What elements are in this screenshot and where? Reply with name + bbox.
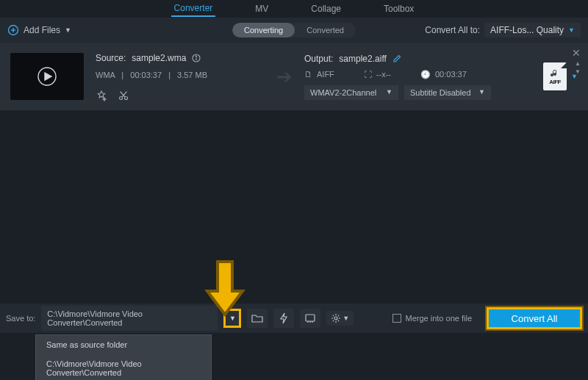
convert-all-to-label: Convert All to: — [425, 25, 480, 35]
arrow-right-icon: ➔ — [276, 65, 293, 88]
audio-file-icon: 🗋 — [304, 70, 312, 79]
source-size: 3.57 MB — [177, 71, 207, 79]
add-files-button[interactable]: Add Files ▼ — [7, 24, 71, 36]
save-path-dropdown-button[interactable]: ▼ — [223, 309, 241, 328]
edit-icon[interactable] — [392, 54, 401, 63]
down-icon[interactable]: ▼ — [575, 68, 581, 75]
status-tabs: Converting Converted — [232, 23, 356, 37]
tab-mv[interactable]: MV — [252, 1, 271, 16]
gear-icon — [331, 313, 341, 323]
chevron-down-icon: ▼ — [229, 315, 236, 322]
output-label: Output: — [304, 54, 333, 64]
chevron-down-icon: ▼ — [478, 89, 485, 96]
convert-all-label: Convert All — [512, 313, 558, 324]
source-format: WMA — [96, 71, 115, 79]
svg-point-16 — [334, 317, 337, 320]
open-folder-button[interactable] — [247, 309, 268, 328]
convert-all-button[interactable]: Convert All — [487, 307, 582, 329]
audio-channel-value: WMAV2-2Channel — [310, 88, 376, 97]
file-thumbnail[interactable] — [10, 53, 84, 100]
file-row: Source: sample2.wma WMA | 00:03:37 | 3.5… — [0, 43, 588, 110]
note-icon — [550, 68, 560, 79]
source-duration: 00:03:37 — [130, 71, 162, 79]
top-nav: Converter MV Collage Toolbox — [0, 0, 588, 18]
dropdown-item-same-source[interactable]: Same as source folder — [36, 335, 211, 354]
convert-all-to: Convert All to: AIFF-Los... Quality ▼ — [425, 23, 581, 37]
settings-dropdown[interactable]: ▼ — [326, 311, 354, 326]
bolt-button[interactable] — [273, 309, 294, 328]
subtitle-select[interactable]: Subtitle Disabled▼ — [404, 85, 491, 100]
save-path: C:\Vidmore\Vidmore Video Converter\Conve… — [47, 309, 212, 327]
tab-converting[interactable]: Converting — [232, 23, 295, 37]
svg-rect-12 — [306, 315, 315, 321]
folder-icon — [251, 313, 263, 323]
source-name: sample2.wma — [132, 53, 186, 63]
gpu-icon — [304, 313, 316, 323]
play-icon — [37, 66, 57, 87]
chevron-down-icon: ▼ — [343, 315, 349, 322]
subtitle-value: Subtitle Disabled — [410, 88, 471, 97]
output-duration: 00:03:37 — [435, 70, 467, 79]
source-label: Source: — [96, 53, 126, 63]
merge-checkbox[interactable]: Merge into one file — [392, 314, 473, 323]
star-enhance-icon[interactable] — [96, 90, 107, 101]
dropdown-item-path[interactable]: C:\Vidmore\Vidmore Video Converter\Conve… — [36, 354, 211, 380]
add-files-label: Add Files — [24, 25, 60, 35]
chevron-down-icon: ▼ — [65, 27, 71, 34]
tab-converted[interactable]: Converted — [295, 23, 356, 37]
output-resolution: --x-- — [376, 70, 391, 79]
output-name: sample2.aiff — [339, 54, 386, 64]
svg-marker-4 — [45, 73, 51, 80]
save-to-label: Save to: — [6, 314, 35, 323]
clock-icon: 🕘 — [420, 70, 431, 79]
bolt-icon — [279, 312, 288, 324]
info-icon[interactable] — [192, 54, 201, 62]
output-format-badge[interactable]: AIFF — [543, 62, 567, 90]
svg-point-9 — [125, 97, 128, 100]
gpu-button[interactable] — [300, 309, 320, 328]
save-path-dropdown-menu: Same as source folder C:\Vidmore\Vidmore… — [35, 334, 212, 380]
convert-all-to-select[interactable]: AIFF-Los... Quality ▼ — [484, 23, 581, 37]
svg-point-7 — [196, 56, 197, 57]
source-info: Source: sample2.wma WMA | 00:03:37 | 3.5… — [96, 51, 265, 101]
bottom-bar: Save to: C:\Vidmore\Vidmore Video Conver… — [0, 304, 588, 333]
checkbox-icon — [392, 314, 401, 323]
main-area — [0, 110, 588, 304]
tab-toolbox[interactable]: Toolbox — [381, 1, 417, 16]
tab-converter[interactable]: Converter — [171, 1, 216, 17]
audio-channel-select[interactable]: WMAV2-2Channel▼ — [304, 85, 398, 100]
merge-label: Merge into one file — [406, 314, 473, 323]
output-format-badge-label: AIFF — [549, 79, 561, 85]
up-icon[interactable]: ▲ — [575, 60, 581, 67]
chevron-down-icon: ▼ — [568, 27, 575, 34]
chevron-down-icon: ▼ — [386, 89, 392, 96]
reorder-buttons[interactable]: ▲▼ — [575, 60, 581, 75]
plus-circle-icon — [7, 24, 19, 36]
cut-icon[interactable] — [118, 90, 129, 101]
convert-all-to-value: AIFF-Los... Quality — [490, 25, 564, 35]
output-format: AIFF — [317, 70, 334, 79]
svg-point-8 — [120, 97, 123, 100]
tab-collage[interactable]: Collage — [308, 1, 344, 16]
resolution-icon: ⛶ — [364, 70, 372, 79]
save-path-box: C:\Vidmore\Vidmore Video Converter\Conve… — [41, 306, 218, 331]
toolbar: Add Files ▼ Converting Converted Convert… — [0, 18, 588, 43]
close-icon[interactable]: ✕ — [572, 47, 581, 59]
output-info: Output: sample2.aiff 🗋AIFF ⛶--x-- 🕘00:03… — [304, 54, 495, 100]
